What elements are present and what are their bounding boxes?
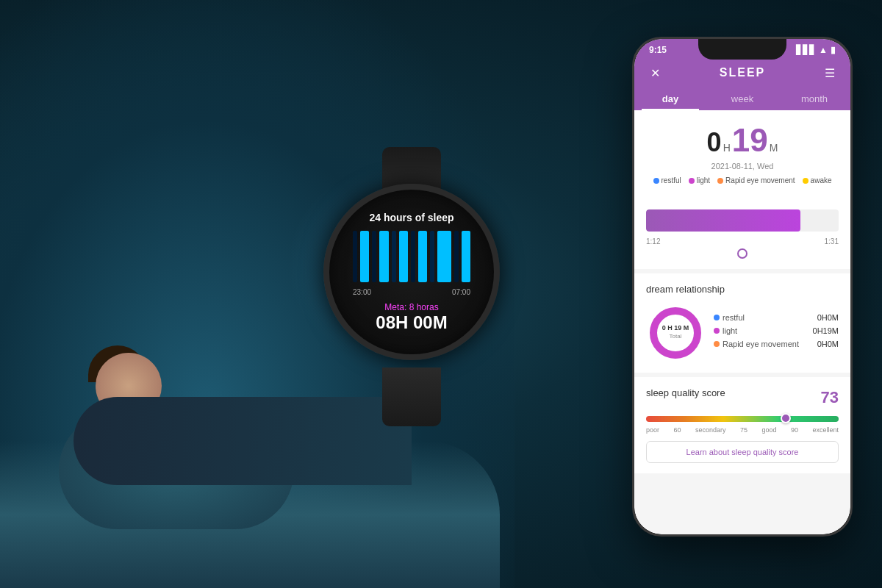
legend-light: light — [689, 176, 710, 184]
dream-content: 0 H 19 M Total restful 0H0M — [646, 304, 839, 362]
app-content: 0 H 19 M 2021-08-11, Wed restful li — [634, 110, 850, 534]
watch-bar — [437, 231, 451, 282]
dream-stat-light-label: light — [714, 326, 737, 335]
watch-title: 24 hours of sleep — [369, 212, 453, 223]
watch-bar — [360, 231, 369, 282]
status-icons: ▋▋▋ ▲ ▮ — [796, 45, 836, 55]
app-header: ✕ SLEEP ☰ — [634, 58, 850, 87]
chart-label-end: 1:31 — [825, 237, 839, 245]
menu-icon[interactable]: ☰ — [821, 64, 839, 82]
watch-bar — [379, 231, 388, 282]
sleep-chart: 1:12 1:31 — [634, 196, 850, 269]
watch-bar — [399, 231, 408, 282]
quality-indicator — [781, 413, 791, 423]
chart-label-start: 1:12 — [646, 237, 660, 245]
phone-container: 9:15 ▋▋▋ ▲ ▮ ✕ SLEEP ☰ day week — [632, 37, 853, 537]
status-time: 9:15 — [649, 45, 667, 55]
quality-label-90: 90 — [791, 426, 798, 434]
legend-label-awake: awake — [811, 176, 832, 184]
dream-label-restful: restful — [723, 313, 745, 322]
phone-frame: 9:15 ▋▋▋ ▲ ▮ ✕ SLEEP ☰ day week — [632, 37, 853, 537]
learn-button[interactable]: Learn about sleep quality score — [646, 441, 839, 463]
chart-fill — [646, 209, 800, 232]
quality-score: 73 — [821, 388, 839, 407]
tab-day[interactable]: day — [634, 87, 706, 110]
dream-label-light: light — [723, 326, 737, 335]
quality-labels: poor 60 secondary 75 good 90 excellent — [646, 426, 839, 434]
chart-indicator-dot — [737, 248, 747, 259]
quality-section: sleep quality score 73 poor 60 secondary… — [634, 377, 850, 473]
watch-meta: Meta: 8 horas — [384, 302, 438, 312]
watch-bar — [418, 231, 427, 282]
dream-stat-restful-label: restful — [714, 313, 745, 322]
quality-header: sleep quality score 73 — [646, 387, 839, 407]
tab-week[interactable]: week — [706, 87, 778, 110]
dream-dot-light — [714, 328, 720, 334]
sleep-summary: 0 H 19 M 2021-08-11, Wed restful li — [634, 110, 850, 196]
quality-label-60: 60 — [673, 426, 681, 434]
legend-dot-light — [689, 178, 695, 184]
sleep-duration: 0 H 19 M — [646, 122, 839, 159]
donut-chart: 0 H 19 M Total — [646, 304, 705, 362]
signal-icon: ▋▋▋ — [796, 45, 816, 55]
svg-text:Total: Total — [670, 333, 682, 340]
watch-bar — [430, 231, 434, 282]
watch-hours: 08H 00M — [376, 312, 447, 333]
wifi-icon: ▲ — [819, 45, 828, 55]
watch-band-bottom — [382, 368, 441, 426]
chart-bar-area — [646, 209, 839, 232]
watch-bar — [372, 231, 376, 282]
sleep-hours: 0 — [707, 127, 722, 158]
legend-awake: awake — [803, 176, 832, 184]
watch-bar — [392, 231, 396, 282]
phone-notch — [698, 39, 786, 60]
watch-screen: 24 hours of sleep 23:00 07:00 Meta: 8 ho… — [329, 190, 494, 354]
dream-value-light: 0H19M — [813, 326, 839, 335]
watch-time-start: 23:00 — [353, 288, 371, 296]
dream-stats: restful 0H0M light 0H19M — [714, 313, 839, 353]
svg-text:0 H 19 M: 0 H 19 M — [662, 324, 689, 331]
sleep-minutes: 19 — [732, 122, 768, 159]
sleep-date: 2021-08-11, Wed — [646, 162, 839, 171]
legend-label-rem: Rapid eye movement — [725, 176, 795, 184]
dream-dot-restful — [714, 315, 720, 320]
quality-bar — [646, 416, 839, 422]
close-icon[interactable]: ✕ — [646, 64, 664, 82]
legend-dot-awake — [803, 178, 808, 184]
tab-month[interactable]: month — [778, 87, 850, 110]
dream-section-title: dream relationship — [646, 284, 839, 295]
phone-screen: 9:15 ▋▋▋ ▲ ▮ ✕ SLEEP ☰ day week — [634, 39, 850, 534]
legend-row: restful light Rapid eye movement aw — [646, 176, 839, 184]
sleep-hours-unit: H — [723, 142, 731, 154]
quality-title: sleep quality score — [646, 387, 725, 398]
legend-label-restful: restful — [662, 176, 681, 184]
watch-bar — [411, 231, 415, 282]
quality-label-secondary: secondary — [695, 426, 726, 434]
dream-stat-rem: Rapid eye movement 0H0M — [714, 340, 839, 348]
dream-value-restful: 0H0M — [817, 313, 839, 322]
dream-stat-rem-label: Rapid eye movement — [714, 340, 799, 348]
learn-button-label: Learn about sleep quality score — [686, 448, 799, 456]
dream-dot-rem — [714, 341, 720, 347]
sleep-minutes-unit: M — [770, 142, 778, 154]
quality-label-good: good — [761, 426, 776, 434]
dream-stat-light: light 0H19M — [714, 326, 839, 335]
tab-bar: day week month — [634, 87, 850, 110]
quality-label-poor: poor — [646, 426, 659, 434]
dream-stat-restful: restful 0H0M — [714, 313, 839, 322]
watch-time-end: 07:00 — [452, 288, 470, 296]
watch-bar — [462, 231, 470, 282]
dream-value-rem: 0H0M — [817, 340, 839, 348]
legend-restful: restful — [653, 176, 681, 184]
watch-bar — [454, 231, 459, 282]
legend-dot-rem — [717, 178, 723, 184]
watch-body: 24 hours of sleep 23:00 07:00 Meta: 8 ho… — [323, 184, 500, 360]
legend-label-light: light — [697, 176, 710, 184]
watch-bars — [353, 231, 470, 282]
quality-label-excellent: excellent — [812, 426, 839, 434]
watch-hours-display: 08H 00M — [376, 312, 447, 332]
chart-labels: 1:12 1:31 — [646, 237, 839, 245]
watch-container: 24 hours of sleep 23:00 07:00 Meta: 8 ho… — [294, 147, 529, 426]
dream-label-rem: Rapid eye movement — [723, 340, 799, 348]
dream-section: dream relationship 0 H 19 M Total — [634, 273, 850, 373]
